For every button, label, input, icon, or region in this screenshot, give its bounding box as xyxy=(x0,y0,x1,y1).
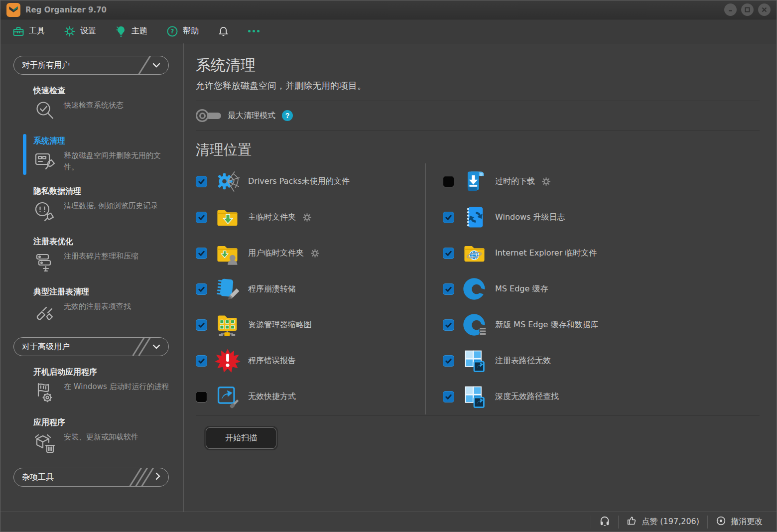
cleanup-item-label: Internet Explorer 临时文件 xyxy=(495,248,597,259)
cleanup-item-ie-temp-files[interactable]: Internet Explorer 临时文件 xyxy=(443,235,760,271)
checkbox[interactable] xyxy=(443,176,454,187)
settings-gear-icon[interactable] xyxy=(310,249,320,258)
checkbox[interactable] xyxy=(196,283,207,295)
checkbox[interactable] xyxy=(443,248,454,259)
main-content: 系统清理 允许您释放磁盘空间，并删除无用的项目。 最大清理模式 ? 清理位置 xyxy=(184,43,777,512)
cleanup-item-outdated-downloads[interactable]: 过时的下载 xyxy=(443,163,760,199)
cleanup-item-error-reports[interactable]: 程序错误报告 xyxy=(196,343,420,379)
close-button[interactable] xyxy=(758,3,771,16)
divider xyxy=(196,415,760,416)
nav-item-desc: 快速检查系统状态 xyxy=(64,100,169,111)
group-advanced-users[interactable]: 对于高级用户 xyxy=(13,337,169,356)
checkbox[interactable] xyxy=(196,391,207,402)
like-label: 点赞 (197,206) xyxy=(642,517,699,527)
stripe-decoration xyxy=(139,337,146,356)
cleanup-item-label: Drivers Packs未使用的文件 xyxy=(248,176,350,187)
more-button[interactable] xyxy=(248,30,259,32)
app-window: Reg Organizer 9.70 工具 设置 主题 ? 帮助 xyxy=(0,0,777,532)
tools-label: 工具 xyxy=(29,26,45,36)
checkbox[interactable] xyxy=(443,355,454,367)
nav-item-desc: 安装、更新或卸载软件 xyxy=(64,431,169,443)
sidebar-item-startup-apps[interactable]: 开机启动应用程序 在 Windows 启动时运行的进程 xyxy=(33,367,174,404)
separator xyxy=(707,516,708,529)
checkbox[interactable] xyxy=(443,391,454,402)
tools-menu-button[interactable]: 工具 xyxy=(12,25,45,37)
max-clean-label: 最大清理模式 xyxy=(228,111,275,121)
cleanup-item-label: 程序崩溃转储 xyxy=(248,284,296,294)
checkbox[interactable] xyxy=(443,283,454,295)
notifications-button[interactable] xyxy=(218,25,229,37)
sidebar-item-system-cleanup[interactable]: 系统清理 释放磁盘空间并删除无用的文件。 xyxy=(33,136,174,173)
settings-menu-button[interactable]: 设置 xyxy=(64,25,96,37)
monitor-brush-icon xyxy=(33,150,57,173)
checkbox[interactable] xyxy=(196,248,207,259)
cleanup-item-main-temp-folder[interactable]: 主临时文件夹 xyxy=(196,199,420,235)
toolbox-icon xyxy=(12,25,24,37)
checkbox[interactable] xyxy=(196,355,207,367)
settings-gear-icon[interactable] xyxy=(302,213,312,222)
ellipsis-icon xyxy=(248,30,259,32)
cleanup-item-drivers-packs[interactable]: Drivers Packs未使用的文件 xyxy=(196,163,420,199)
checkbox[interactable] xyxy=(196,176,207,187)
cleanup-item-label: 主临时文件夹 xyxy=(248,212,296,223)
stripe-decoration xyxy=(145,56,146,75)
start-scan-button[interactable]: 开始扫描 xyxy=(206,427,276,449)
checkbox[interactable] xyxy=(443,319,454,331)
group-all-users-label: 对于所有用户 xyxy=(22,60,70,71)
gear-icon xyxy=(64,25,76,37)
edge-database-icon xyxy=(461,312,489,338)
sidebar-item-registry-optimize[interactable]: 注册表优化 注册表碎片整理和压缩 xyxy=(33,237,174,273)
cleanup-item-windows-upgrade-logs[interactable]: Windows 升级日志 xyxy=(443,199,760,235)
registry-clamp-icon xyxy=(33,251,57,273)
folder-thumbnails-icon xyxy=(214,312,242,338)
nav-item-title: 典型注册表清理 xyxy=(33,287,174,297)
support-button[interactable] xyxy=(599,516,610,529)
sidebar-item-privacy-cleanup[interactable]: 隐私数据清理 清理数据, 例如浏览历史记录 xyxy=(33,186,174,223)
nav-item-title: 快速检查 xyxy=(33,86,174,96)
theme-label: 主题 xyxy=(131,26,147,36)
cleanup-item-ms-edge-cache[interactable]: MS Edge 缓存 xyxy=(443,271,760,307)
cleanup-item-invalid-registry-paths[interactable]: 注册表路径无效 xyxy=(443,343,760,379)
chevron-down-icon xyxy=(152,342,160,351)
undo-changes-button[interactable]: 撤消更改 xyxy=(716,516,763,528)
nav-item-title: 应用程序 xyxy=(33,417,174,428)
group-all-users[interactable]: 对于所有用户 xyxy=(13,56,169,75)
flag-gear-icon xyxy=(33,381,57,404)
cleanup-item-explorer-thumbnails[interactable]: 资源管理器缩略图 xyxy=(196,307,420,343)
cleanup-item-label: 新版 MS Edge 缓存和数据库 xyxy=(495,320,598,330)
cleanup-item-deep-invalid-path-search[interactable]: 深度无效路径查找 xyxy=(443,379,760,414)
registry-cubes-icon xyxy=(461,348,489,374)
separator xyxy=(591,516,591,529)
bell-icon xyxy=(218,25,229,37)
checkbox[interactable] xyxy=(196,319,207,331)
help-icon[interactable]: ? xyxy=(282,110,293,121)
group-misc-tools[interactable]: 杂项工具 xyxy=(13,468,169,487)
max-clean-toggle[interactable] xyxy=(196,109,221,122)
sidebar-item-typical-registry-cleanup[interactable]: 典型注册表清理 无效的注册表项查找 xyxy=(33,287,174,324)
settings-gear-icon[interactable] xyxy=(541,177,551,186)
maximize-button[interactable] xyxy=(741,3,754,16)
cleanup-item-label: 过时的下载 xyxy=(495,176,535,187)
body-area: 对于所有用户 快速检查 快速检查系统状态 系统清理 xyxy=(0,43,777,512)
minimize-button[interactable] xyxy=(724,3,737,16)
folder-user-icon xyxy=(214,240,242,266)
cleanup-item-user-temp-folder[interactable]: 用户临时文件夹 xyxy=(196,235,420,271)
cleanup-item-invalid-shortcuts[interactable]: 无效快捷方式 xyxy=(196,379,420,414)
divider xyxy=(196,130,760,131)
sidebar-item-applications[interactable]: 应用程序 安装、更新或卸载软件 xyxy=(33,417,174,454)
cleanup-item-crash-dumps[interactable]: 程序崩溃转储 xyxy=(196,271,420,307)
stripe-decoration xyxy=(136,468,149,487)
checkbox[interactable] xyxy=(443,212,454,223)
like-button[interactable]: 点赞 (197,206) xyxy=(627,516,699,528)
scroll-download-icon xyxy=(461,168,489,194)
cleanup-item-new-edge-cache-db[interactable]: 新版 MS Edge 缓存和数据库 xyxy=(443,307,760,343)
sidebar-item-quick-check[interactable]: 快速检查 快速检查系统状态 xyxy=(33,86,174,123)
theme-menu-button[interactable]: 主题 xyxy=(115,25,147,37)
notebook-sync-icon xyxy=(461,204,489,230)
checkbox[interactable] xyxy=(196,212,207,223)
help-menu-button[interactable]: ? 帮助 xyxy=(166,25,199,37)
nav-item-desc: 释放磁盘空间并删除无用的文件。 xyxy=(64,150,169,172)
settings-label: 设置 xyxy=(80,26,96,36)
cleanup-item-label: 注册表路径无效 xyxy=(495,356,551,366)
box-trash-icon xyxy=(33,431,57,454)
